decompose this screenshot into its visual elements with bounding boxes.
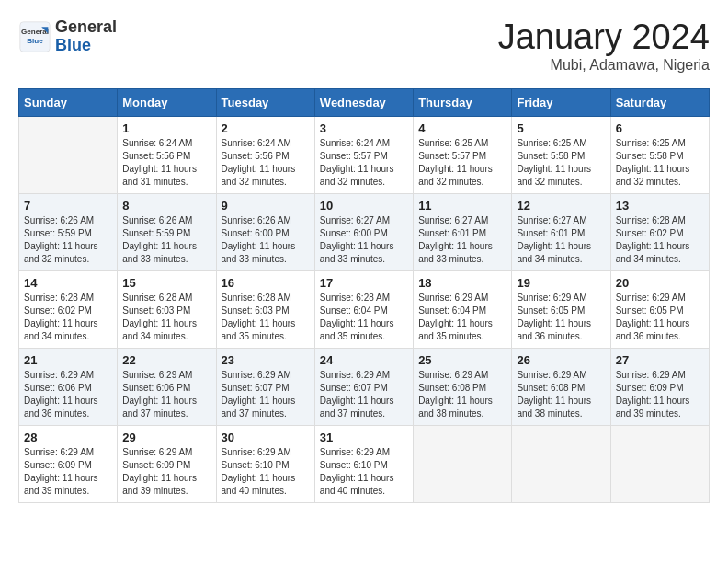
day-detail: Sunrise: 6:28 AMSunset: 6:03 PMDaylight:… bbox=[222, 292, 310, 343]
header-tuesday: Tuesday bbox=[216, 88, 314, 116]
day-cell: 1Sunrise: 6:24 AMSunset: 5:56 PMDaylight… bbox=[118, 116, 216, 193]
day-detail: Sunrise: 6:28 AMSunset: 6:03 PMDaylight:… bbox=[122, 292, 210, 343]
day-number: 5 bbox=[517, 121, 605, 135]
day-detail: Sunrise: 6:26 AMSunset: 5:59 PMDaylight:… bbox=[24, 214, 112, 266]
day-detail: Sunrise: 6:27 AMSunset: 6:00 PMDaylight:… bbox=[320, 214, 408, 266]
day-number: 22 bbox=[122, 353, 210, 367]
header-monday: Monday bbox=[118, 88, 216, 116]
day-cell: 10Sunrise: 6:27 AMSunset: 6:00 PMDayligh… bbox=[314, 193, 413, 270]
day-number: 20 bbox=[616, 276, 704, 290]
day-number: 7 bbox=[24, 199, 112, 213]
logo-icon: General Blue bbox=[18, 20, 51, 53]
day-cell: 20Sunrise: 6:29 AMSunset: 6:05 PMDayligh… bbox=[610, 270, 709, 348]
day-detail: Sunrise: 6:29 AMSunset: 6:10 PMDaylight:… bbox=[320, 446, 408, 498]
logo-general: General bbox=[55, 18, 117, 37]
day-number: 16 bbox=[222, 276, 310, 290]
day-cell: 25Sunrise: 6:29 AMSunset: 6:08 PMDayligh… bbox=[414, 348, 512, 425]
day-cell bbox=[19, 116, 118, 193]
title-area: January 2024 Mubi, Adamawa, Nigeria bbox=[498, 18, 710, 74]
day-detail: Sunrise: 6:29 AMSunset: 6:08 PMDaylight:… bbox=[517, 369, 605, 420]
day-cell: 22Sunrise: 6:29 AMSunset: 6:06 PMDayligh… bbox=[118, 348, 216, 425]
header-saturday: Saturday bbox=[610, 88, 709, 116]
day-detail: Sunrise: 6:24 AMSunset: 5:56 PMDaylight:… bbox=[122, 137, 210, 189]
day-detail: Sunrise: 6:26 AMSunset: 5:59 PMDaylight:… bbox=[122, 214, 210, 266]
header-friday: Friday bbox=[512, 88, 610, 116]
logo-blue: Blue bbox=[55, 37, 117, 55]
day-cell: 19Sunrise: 6:29 AMSunset: 6:05 PMDayligh… bbox=[512, 270, 610, 348]
day-cell: 8Sunrise: 6:26 AMSunset: 5:59 PMDaylight… bbox=[118, 193, 216, 270]
logo-text: General Blue bbox=[55, 18, 117, 55]
day-number: 3 bbox=[320, 121, 408, 135]
day-number: 18 bbox=[418, 276, 506, 290]
day-detail: Sunrise: 6:29 AMSunset: 6:09 PMDaylight:… bbox=[122, 446, 210, 498]
day-detail: Sunrise: 6:29 AMSunset: 6:09 PMDaylight:… bbox=[24, 446, 112, 498]
day-cell: 15Sunrise: 6:28 AMSunset: 6:03 PMDayligh… bbox=[118, 270, 216, 348]
day-number: 12 bbox=[517, 199, 605, 213]
calendar-body: 1Sunrise: 6:24 AMSunset: 5:56 PMDaylight… bbox=[19, 116, 710, 502]
month-title: January 2024 bbox=[498, 18, 710, 57]
day-detail: Sunrise: 6:29 AMSunset: 6:10 PMDaylight:… bbox=[222, 446, 310, 498]
header-row: SundayMondayTuesdayWednesdayThursdayFrid… bbox=[19, 88, 710, 116]
day-detail: Sunrise: 6:25 AMSunset: 5:58 PMDaylight:… bbox=[616, 137, 704, 189]
day-detail: Sunrise: 6:29 AMSunset: 6:05 PMDaylight:… bbox=[517, 292, 605, 343]
day-detail: Sunrise: 6:26 AMSunset: 6:00 PMDaylight:… bbox=[222, 214, 310, 266]
day-number: 6 bbox=[616, 121, 704, 135]
week-row-1: 1Sunrise: 6:24 AMSunset: 5:56 PMDaylight… bbox=[19, 116, 710, 193]
day-cell: 17Sunrise: 6:28 AMSunset: 6:04 PMDayligh… bbox=[314, 270, 413, 348]
week-row-2: 7Sunrise: 6:26 AMSunset: 5:59 PMDaylight… bbox=[19, 193, 710, 270]
page-header: General Blue General Blue January 2024 M… bbox=[18, 18, 710, 74]
day-detail: Sunrise: 6:29 AMSunset: 6:04 PMDaylight:… bbox=[418, 292, 506, 343]
day-detail: Sunrise: 6:27 AMSunset: 6:01 PMDaylight:… bbox=[418, 214, 506, 266]
day-cell: 23Sunrise: 6:29 AMSunset: 6:07 PMDayligh… bbox=[216, 348, 314, 425]
day-cell bbox=[512, 425, 610, 502]
day-number: 23 bbox=[222, 353, 310, 367]
day-cell bbox=[414, 425, 512, 502]
day-number: 15 bbox=[122, 276, 210, 290]
day-detail: Sunrise: 6:29 AMSunset: 6:06 PMDaylight:… bbox=[24, 369, 112, 420]
location: Mubi, Adamawa, Nigeria bbox=[498, 57, 710, 74]
day-number: 1 bbox=[122, 121, 210, 135]
day-cell: 26Sunrise: 6:29 AMSunset: 6:08 PMDayligh… bbox=[512, 348, 610, 425]
week-row-5: 28Sunrise: 6:29 AMSunset: 6:09 PMDayligh… bbox=[19, 425, 710, 502]
day-number: 4 bbox=[418, 121, 506, 135]
header-wednesday: Wednesday bbox=[314, 88, 413, 116]
day-number: 9 bbox=[222, 199, 310, 213]
day-number: 25 bbox=[418, 353, 506, 367]
day-cell: 18Sunrise: 6:29 AMSunset: 6:04 PMDayligh… bbox=[414, 270, 512, 348]
day-number: 21 bbox=[24, 353, 112, 367]
day-number: 2 bbox=[222, 121, 310, 135]
header-sunday: Sunday bbox=[19, 88, 118, 116]
day-cell: 27Sunrise: 6:29 AMSunset: 6:09 PMDayligh… bbox=[610, 348, 709, 425]
svg-text:Blue: Blue bbox=[27, 37, 43, 45]
day-cell: 5Sunrise: 6:25 AMSunset: 5:58 PMDaylight… bbox=[512, 116, 610, 193]
day-number: 27 bbox=[616, 353, 704, 367]
day-number: 30 bbox=[222, 431, 310, 444]
day-number: 8 bbox=[122, 199, 210, 213]
day-cell: 6Sunrise: 6:25 AMSunset: 5:58 PMDaylight… bbox=[610, 116, 709, 193]
day-detail: Sunrise: 6:27 AMSunset: 6:01 PMDaylight:… bbox=[517, 214, 605, 266]
day-cell: 11Sunrise: 6:27 AMSunset: 6:01 PMDayligh… bbox=[414, 193, 512, 270]
day-detail: Sunrise: 6:29 AMSunset: 6:07 PMDaylight:… bbox=[320, 369, 408, 420]
day-cell: 12Sunrise: 6:27 AMSunset: 6:01 PMDayligh… bbox=[512, 193, 610, 270]
day-cell: 31Sunrise: 6:29 AMSunset: 6:10 PMDayligh… bbox=[314, 425, 413, 502]
day-detail: Sunrise: 6:29 AMSunset: 6:06 PMDaylight:… bbox=[122, 369, 210, 420]
day-number: 24 bbox=[320, 353, 408, 367]
day-cell: 7Sunrise: 6:26 AMSunset: 5:59 PMDaylight… bbox=[19, 193, 118, 270]
day-number: 31 bbox=[320, 431, 408, 444]
day-detail: Sunrise: 6:25 AMSunset: 5:58 PMDaylight:… bbox=[517, 137, 605, 189]
day-number: 11 bbox=[418, 199, 506, 213]
day-detail: Sunrise: 6:24 AMSunset: 5:57 PMDaylight:… bbox=[320, 137, 408, 189]
day-detail: Sunrise: 6:29 AMSunset: 6:07 PMDaylight:… bbox=[222, 369, 310, 420]
day-number: 19 bbox=[517, 276, 605, 290]
day-detail: Sunrise: 6:29 AMSunset: 6:08 PMDaylight:… bbox=[418, 369, 506, 420]
day-detail: Sunrise: 6:28 AMSunset: 6:02 PMDaylight:… bbox=[616, 214, 704, 266]
day-number: 28 bbox=[24, 431, 112, 444]
logo: General Blue General Blue bbox=[18, 18, 117, 55]
day-cell: 4Sunrise: 6:25 AMSunset: 5:57 PMDaylight… bbox=[414, 116, 512, 193]
day-cell: 24Sunrise: 6:29 AMSunset: 6:07 PMDayligh… bbox=[314, 348, 413, 425]
day-number: 17 bbox=[320, 276, 408, 290]
day-cell: 14Sunrise: 6:28 AMSunset: 6:02 PMDayligh… bbox=[19, 270, 118, 348]
day-number: 14 bbox=[24, 276, 112, 290]
day-cell: 30Sunrise: 6:29 AMSunset: 6:10 PMDayligh… bbox=[216, 425, 314, 502]
day-number: 26 bbox=[517, 353, 605, 367]
